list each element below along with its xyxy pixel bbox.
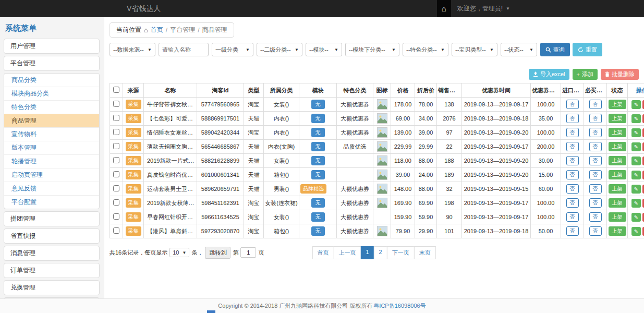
sidebar-item[interactable]: 兑换管理 [4,280,100,295]
feature-category-select[interactable]: --特色分类--▼ [403,43,448,56]
sidebar-submenu-item[interactable]: 版本管理 [4,141,99,155]
import-toggle-button[interactable]: 否 [566,100,579,109]
edit-button[interactable]: ✎ [631,156,641,165]
must-buy-toggle-button[interactable]: 否 [589,142,602,151]
row-checkbox[interactable] [113,185,119,191]
import-toggle-button[interactable]: 否 [566,170,579,179]
sidebar-submenu-item[interactable]: 平台配置 [4,196,99,209]
row-checkbox[interactable] [113,115,119,121]
import-toggle-button[interactable]: 否 [566,184,579,194]
user-menu[interactable]: 欢迎您，管理员! ▼ [451,0,516,17]
level2-category-select[interactable]: --二级分类--▼ [257,43,302,56]
sidebar-submenu-item[interactable]: 商品管理 [4,114,99,128]
row-checkbox[interactable] [113,199,119,206]
edit-button[interactable]: ✎ [631,185,641,194]
edit-button[interactable]: ✎ [631,100,641,109]
status-button[interactable]: 上架 [609,170,626,179]
status-button[interactable]: 上架 [609,128,626,137]
sidebar-item[interactable]: 消息管理 [4,246,100,261]
import-excel-button[interactable]: 导入excel [529,69,569,80]
icp-link[interactable]: 粤ICP备16098006号 [373,302,426,310]
jump-page-input[interactable] [240,247,256,258]
sidebar-submenu-item[interactable]: 宣传物料 [4,128,99,141]
feature-category: 大额优惠券 [337,126,373,140]
row-checkbox[interactable] [113,227,119,234]
must-buy-toggle-button[interactable]: 否 [589,184,602,194]
edit-button[interactable]: ✎ [631,171,641,179]
must-buy-toggle-button[interactable]: 否 [589,128,602,137]
page-button[interactable]: 2 [374,246,387,259]
module-subcategory-select[interactable]: --模块下分类--▼ [345,43,399,56]
batch-delete-button[interactable]: 批量删除 [601,69,639,80]
must-buy-toggle-button[interactable]: 否 [589,198,602,208]
import-toggle-button[interactable]: 否 [566,128,579,137]
row-checkbox[interactable] [113,101,119,107]
table-row: 采集牛仔背带裤女秋装减龄...577479560965淘宝女装()无大额优惠券1… [110,98,644,112]
import-toggle-button[interactable]: 否 [566,212,579,222]
status-button[interactable]: 上架 [609,156,626,165]
module-select[interactable]: --模块--▼ [306,43,342,56]
jump-button[interactable]: 跳转到 [205,247,230,259]
status-button[interactable]: 上架 [609,226,626,236]
sidebar-item[interactable]: 订单管理 [4,263,100,278]
status-button[interactable]: 上架 [609,198,626,208]
sidebar-submenu-item[interactable]: 意见反馈 [4,182,99,196]
row-checkbox[interactable] [113,129,119,135]
status-button[interactable]: 上架 [609,142,626,151]
page-button[interactable]: 下一页 [387,246,415,259]
add-button[interactable]: + 添加 [573,69,598,80]
import-toggle-button[interactable]: 否 [566,198,579,208]
sidebar-submenu-item[interactable]: 商品分类 [4,74,99,87]
data-source-select[interactable]: --数据来源--▼ [110,43,155,56]
icon-cell [373,154,391,168]
name-search-input[interactable] [159,43,209,56]
row-checkbox[interactable] [113,143,119,149]
edit-button[interactable]: ✎ [631,213,641,222]
status-button[interactable]: 上架 [609,100,626,109]
breadcrumb-home-link[interactable]: 首页 [151,26,163,34]
per-page-select[interactable]: 10 ▼ [169,248,189,257]
page-button[interactable]: 上一页 [333,246,361,259]
level1-category-select[interactable]: 一级分类▼ [212,43,253,56]
sidebar-submenu-item[interactable]: 特色分类 [4,101,99,114]
status-select[interactable]: --状态--▼ [501,43,537,56]
edit-button[interactable]: ✎ [631,142,641,151]
home-button[interactable]: ⌂ [437,0,451,17]
sidebar-item[interactable]: 省直快报 [4,228,100,244]
import-toggle-button[interactable]: 否 [566,142,579,151]
edit-button[interactable]: ✎ [631,128,641,137]
row-checkbox[interactable] [113,213,119,220]
edit-button[interactable]: ✎ [631,114,641,123]
table-header-row: 来源名称淘客Id类型所属分类模块特色分类图标价格折后价销售数量优惠券时间优惠券金… [110,83,644,98]
search-button[interactable]: 查询 [540,43,570,56]
sidebar-item[interactable]: 拼团管理 [4,211,100,226]
must-buy-toggle-button[interactable]: 否 [589,114,602,123]
status-button[interactable]: 上架 [609,184,626,194]
sidebar-submenu-item[interactable]: 轮播管理 [4,155,99,168]
must-buy-toggle-button[interactable]: 否 [589,212,602,222]
row-checkbox[interactable] [113,157,119,163]
reset-button[interactable]: 重置 [573,43,602,56]
select-all-checkbox[interactable] [113,87,119,93]
status-button[interactable]: 上架 [609,114,626,123]
import-toggle-button[interactable]: 否 [566,226,579,236]
must-buy-toggle-button[interactable]: 否 [589,170,602,179]
row-checkbox[interactable] [113,171,119,177]
must-buy-toggle-button[interactable]: 否 [589,100,602,109]
must-buy-toggle-button[interactable]: 否 [589,156,602,165]
sidebar-submenu-item[interactable]: 模块商品分类 [4,87,99,101]
page-button[interactable]: 1 [360,246,374,259]
import-toggle-button[interactable]: 否 [566,114,579,123]
coupon-amount: 100.00 [531,126,561,140]
page-button[interactable]: 末页 [414,246,436,259]
sidebar-item[interactable]: 用户管理 [4,39,100,54]
sidebar-item[interactable]: 平台管理 [4,56,100,71]
sidebar-submenu-item[interactable]: 启动页管理 [4,168,99,182]
page-button[interactable]: 首页 [312,246,334,259]
status-button[interactable]: 上架 [609,212,626,222]
item-type-select[interactable]: --宝贝类型--▼ [452,43,497,56]
edit-button[interactable]: ✎ [631,227,641,236]
import-toggle-button[interactable]: 否 [566,156,579,165]
must-buy-toggle-button[interactable]: 否 [589,226,602,236]
edit-button[interactable]: ✎ [631,199,641,208]
